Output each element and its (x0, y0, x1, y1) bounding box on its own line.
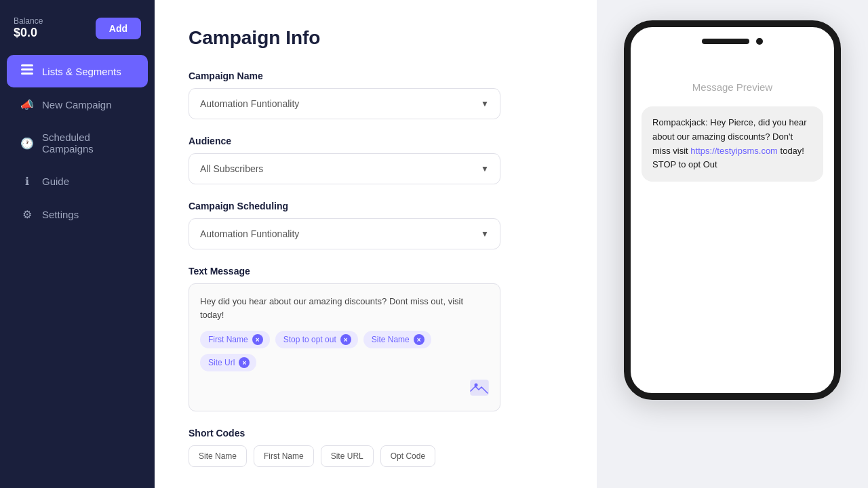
sidebar-label-guide: Guide (42, 176, 69, 187)
tag-first-name: First Name × (200, 331, 270, 348)
text-message-group: Text Message Hey did you hear about our … (189, 266, 563, 411)
tag-label: Site Name (372, 335, 410, 344)
short-code-site-url[interactable]: Site URL (321, 445, 374, 467)
short-codes-row: Site Name First Name Site URL Opt Code (189, 445, 563, 467)
page-title: Campaign Info (189, 27, 563, 49)
svg-rect-0 (21, 64, 33, 66)
scheduling-select[interactable]: Automation Funtionality ▼ (189, 218, 500, 249)
megaphone-icon: 📣 (20, 98, 34, 111)
balance-amount: $0.0 (14, 26, 43, 40)
message-preview-link[interactable]: https://testyipsms.com (690, 146, 778, 156)
image-icon-row (200, 380, 489, 400)
tag-label: Stop to opt out (283, 335, 336, 344)
short-codes-group: Short Codes Site Name First Name Site UR… (189, 428, 563, 467)
short-codes-label: Short Codes (189, 428, 563, 439)
message-preview-label: Message Preview (642, 81, 823, 93)
chevron-down-icon: ▼ (481, 99, 489, 108)
text-message-label: Text Message (189, 266, 563, 277)
short-code-opt-code[interactable]: Opt Code (380, 445, 435, 467)
scheduling-value: Automation Funtionality (200, 228, 299, 239)
chevron-down-icon-2: ▼ (481, 164, 489, 174)
tags-row-1: First Name × Stop to opt out × Site Name… (200, 331, 489, 348)
balance-section: Balance $0.0 Add (0, 16, 155, 54)
notch-pill (702, 39, 749, 44)
phone-content: Message Preview Rompackjack: Hey Pierce,… (631, 68, 834, 195)
scheduling-label: Campaign Scheduling (189, 201, 563, 211)
svg-rect-3 (471, 380, 488, 395)
audience-value: All Subscribers (200, 163, 263, 174)
main-content: Campaign Info Campaign Name Automation F… (155, 0, 597, 488)
chevron-down-icon-3: ▼ (481, 229, 489, 239)
campaign-name-value: Automation Funtionality (200, 98, 299, 109)
tag-remove-stop[interactable]: × (340, 334, 351, 345)
add-button[interactable]: Add (96, 18, 141, 39)
balance-info: Balance $0.0 (14, 16, 43, 40)
tag-site-name: Site Name × (363, 331, 431, 348)
sidebar-item-settings[interactable]: ⚙ Settings (7, 199, 148, 230)
sidebar-label-new-campaign: New Campaign (42, 99, 112, 110)
sidebar-label-scheduled: Scheduled Campaigns (42, 131, 134, 155)
sidebar-item-guide[interactable]: ℹ Guide (7, 165, 148, 197)
audience-select[interactable]: All Subscribers ▼ (189, 153, 500, 184)
notch-circle (756, 38, 763, 45)
tag-remove-first-name[interactable]: × (252, 334, 263, 345)
scheduling-group: Campaign Scheduling Automation Funtional… (189, 201, 563, 249)
sidebar: Balance $0.0 Add Lists & Segments 📣 New … (0, 0, 155, 488)
tags-row-2: Site Url × (200, 354, 489, 371)
svg-rect-2 (21, 73, 33, 75)
svg-rect-1 (21, 68, 33, 70)
sidebar-item-new-campaign[interactable]: 📣 New Campaign (7, 89, 148, 121)
phone-frame: Message Preview Rompackjack: Hey Pierce,… (624, 20, 841, 400)
message-bubble: Rompackjack: Hey Pierce, did you hear ab… (642, 106, 823, 182)
campaign-name-group: Campaign Name Automation Funtionality ▼ (189, 70, 563, 119)
campaign-name-label: Campaign Name (189, 70, 563, 81)
gear-icon: ⚙ (20, 208, 34, 221)
audience-group: Audience All Subscribers ▼ (189, 136, 563, 184)
tag-remove-site-name[interactable]: × (414, 334, 425, 345)
tag-label: First Name (208, 335, 248, 344)
tag-remove-site-url[interactable]: × (239, 357, 250, 368)
short-code-site-name[interactable]: Site Name (189, 445, 247, 467)
campaign-name-select[interactable]: Automation Funtionality ▼ (189, 88, 500, 119)
phone-notch (702, 38, 763, 45)
audience-label: Audience (189, 136, 563, 146)
clock-icon: 🕐 (20, 137, 34, 150)
sidebar-label-settings: Settings (42, 209, 79, 220)
tag-stop-opt-out: Stop to opt out × (275, 331, 358, 348)
sidebar-item-scheduled-campaigns[interactable]: 🕐 Scheduled Campaigns (7, 122, 148, 164)
sidebar-item-lists-segments[interactable]: Lists & Segments (7, 55, 148, 87)
balance-label: Balance (14, 16, 43, 26)
tag-label: Site Url (208, 358, 235, 367)
image-upload-icon[interactable] (470, 380, 489, 400)
text-message-box[interactable]: Hey did you hear about our amazing disco… (189, 283, 500, 411)
short-code-first-name[interactable]: First Name (254, 445, 314, 467)
preview-panel: Message Preview Rompackjack: Hey Pierce,… (597, 0, 868, 488)
info-icon: ℹ (20, 175, 34, 188)
sidebar-nav: Lists & Segments 📣 New Campaign 🕐 Schedu… (0, 54, 155, 232)
lists-icon (20, 64, 34, 78)
message-text: Hey did you hear about our amazing disco… (200, 295, 489, 321)
sidebar-label-lists: Lists & Segments (42, 66, 121, 77)
tag-site-url: Site Url × (200, 354, 256, 371)
